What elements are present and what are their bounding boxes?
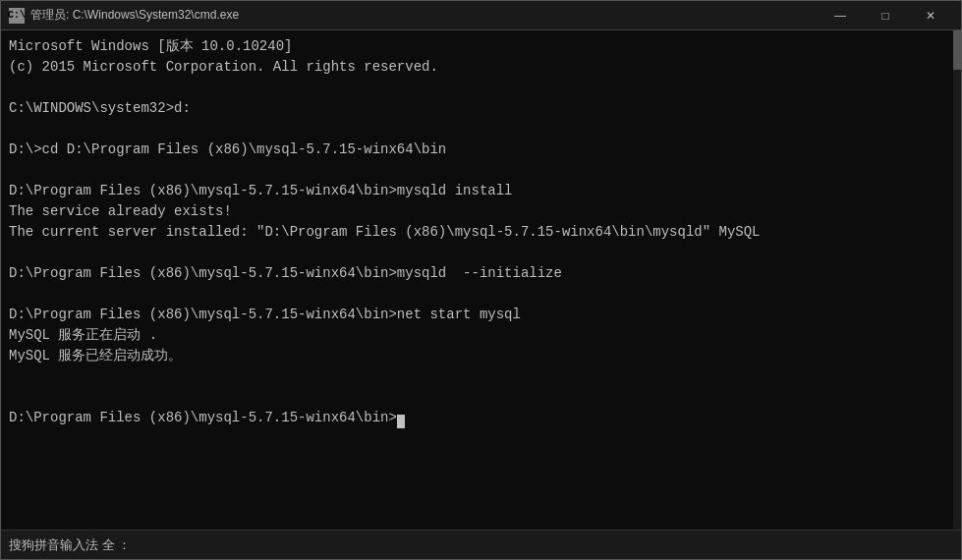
- terminal-line-17: [9, 387, 953, 408]
- terminal-line-12: [9, 284, 953, 305]
- terminal-line-0: Microsoft Windows [版本 10.0.10240]: [9, 36, 953, 57]
- terminal-line-5: D:\>cd D:\Program Files (x86)\mysql-5.7.…: [9, 140, 953, 160]
- terminal-line-6: [9, 160, 953, 181]
- terminal-line-3: C:\WINDOWS\system32>d:: [9, 98, 953, 119]
- terminal-line-14: MySQL 服务正在启动 .: [9, 325, 953, 346]
- terminal-content: Microsoft Windows [版本 10.0.10240] (c) 20…: [1, 30, 961, 530]
- terminal-line-15: MySQL 服务已经启动成功。: [9, 346, 953, 366]
- window-controls: — □ ✕: [818, 1, 953, 30]
- cmd-icon: C:\: [9, 8, 25, 24]
- terminal-line-1: (c) 2015 Microsoft Corporation. All righ…: [9, 57, 953, 78]
- cmd-window: C:\ 管理员: C:\Windows\System32\cmd.exe — □…: [0, 0, 962, 560]
- close-button[interactable]: ✕: [908, 1, 953, 30]
- terminal-line-4: [9, 119, 953, 140]
- terminal-line-2: [9, 78, 953, 98]
- terminal-line-13: D:\Program Files (x86)\mysql-5.7.15-winx…: [9, 305, 953, 325]
- terminal-line-7: D:\Program Files (x86)\mysql-5.7.15-winx…: [9, 181, 953, 201]
- title-bar: C:\ 管理员: C:\Windows\System32\cmd.exe — □…: [1, 1, 961, 30]
- ime-indicator: 搜狗拼音输入法 全 ：: [9, 536, 131, 554]
- terminal-line-11: D:\Program Files (x86)\mysql-5.7.15-winx…: [9, 263, 953, 284]
- terminal-line-8: The service already exists!: [9, 201, 953, 222]
- minimize-button[interactable]: —: [818, 1, 863, 30]
- terminal-line-16: [9, 366, 953, 387]
- window-title: 管理员: C:\Windows\System32\cmd.exe: [30, 7, 239, 24]
- scrollbar-thumb[interactable]: [953, 30, 961, 70]
- cursor: [397, 415, 405, 428]
- title-bar-left: C:\ 管理员: C:\Windows\System32\cmd.exe: [9, 7, 239, 24]
- scrollbar[interactable]: [953, 30, 961, 530]
- terminal-prompt: D:\Program Files (x86)\mysql-5.7.15-winx…: [9, 410, 397, 425]
- taskbar: 搜狗拼音输入法 全 ：: [1, 530, 961, 559]
- terminal-line-10: [9, 243, 953, 263]
- terminal-line-9: The current server installed: "D:\Progra…: [9, 222, 953, 243]
- maximize-button[interactable]: □: [863, 1, 908, 30]
- terminal-prompt-line: D:\Program Files (x86)\mysql-5.7.15-winx…: [9, 408, 953, 428]
